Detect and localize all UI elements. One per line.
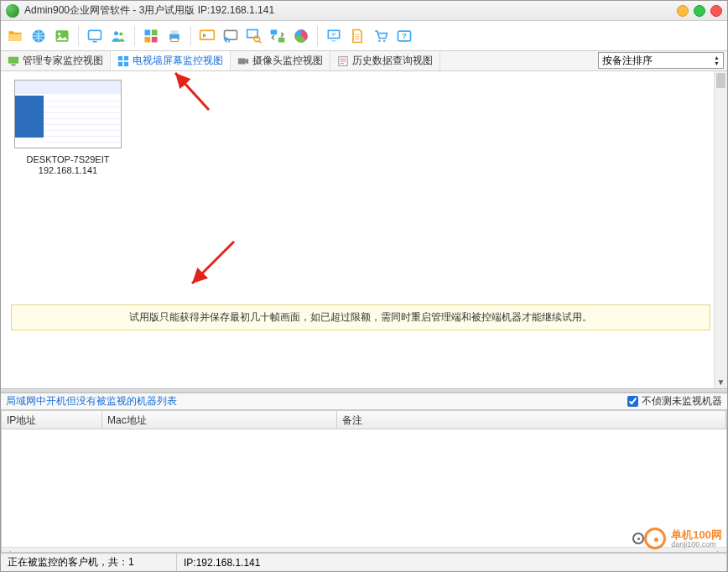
svg-rect-17 bbox=[271, 29, 278, 34]
main-content: DESKTOP-7S29EIT 192.168.1.141 试用版只能获得并保存… bbox=[1, 71, 727, 388]
tab-history-view[interactable]: 历史数据查询视图 bbox=[330, 51, 440, 70]
client-hostname: DESKTOP-7S29EIT bbox=[14, 153, 122, 165]
window-controls bbox=[677, 5, 722, 17]
watermark-url: danji100.com bbox=[671, 540, 722, 549]
swap-button[interactable] bbox=[267, 25, 289, 47]
lower-pane-header: 局域网中开机但没有被监视的机器列表 不侦测未监视机器 bbox=[1, 393, 727, 410]
trial-notice: 试用版只能获得并保存最初几十帧画面，如已超过限额，需同时重启管理端和被控端机器才… bbox=[11, 304, 710, 330]
camera-icon bbox=[237, 55, 249, 67]
svg-rect-12 bbox=[171, 38, 178, 41]
cast-button[interactable] bbox=[220, 25, 242, 47]
svg-rect-18 bbox=[278, 37, 285, 42]
app-window: Admin900企业网管软件 - 3用户试用版 IP:192.168.1.141… bbox=[0, 0, 728, 572]
svg-rect-6 bbox=[145, 29, 151, 35]
tab-label: 历史数据查询视图 bbox=[352, 54, 433, 68]
svg-line-35 bbox=[192, 242, 234, 283]
tvwall-icon bbox=[117, 55, 129, 67]
monitor-grid: DESKTOP-7S29EIT 192.168.1.141 试用版只能获得并保存… bbox=[1, 71, 727, 388]
client-ip: 192.168.1.141 bbox=[14, 165, 122, 175]
svg-point-2 bbox=[58, 32, 60, 34]
chart-button[interactable] bbox=[290, 25, 312, 47]
tab-tvwall-view[interactable]: 电视墙屏幕监控视图 bbox=[111, 51, 231, 70]
main-toolbar: IP ? bbox=[1, 21, 727, 51]
users-button[interactable] bbox=[107, 25, 129, 47]
lower-pane-title: 局域网中开机但没有被监视的机器列表 bbox=[6, 394, 627, 408]
svg-rect-7 bbox=[152, 29, 158, 35]
notice-text: 试用版只能获得并保存最初几十帧画面，如已超过限额，需同时重启管理端和被控端机器才… bbox=[129, 311, 592, 323]
monitor-icon bbox=[8, 55, 19, 67]
svg-point-5 bbox=[119, 32, 122, 35]
sort-label: 按备注排序 bbox=[602, 54, 653, 68]
grid-button[interactable] bbox=[140, 25, 162, 47]
unmonitored-table: IP地址 Mac地址 备注 bbox=[1, 410, 727, 553]
window-title: Admin900企业网管软件 - 3用户试用版 IP:192.168.1.141 bbox=[24, 3, 677, 18]
col-ip[interactable]: IP地址 bbox=[2, 411, 102, 429]
annotation-arrow-2 bbox=[185, 235, 244, 296]
table-header: IP地址 Mac地址 备注 bbox=[2, 411, 726, 429]
checkbox-label: 不侦测未监视机器 bbox=[642, 394, 722, 408]
tab-camera-view[interactable]: 摄像头监控视图 bbox=[231, 51, 330, 70]
cart-button[interactable] bbox=[370, 25, 392, 47]
view-tabs: 管理专家监控视图 电视墙屏幕监控视图 摄像头监控视图 历史数据查询视图 按备注排… bbox=[1, 51, 727, 71]
svg-point-22 bbox=[378, 39, 381, 42]
scroll-thumb[interactable] bbox=[716, 73, 725, 88]
doc-button[interactable] bbox=[346, 25, 368, 47]
tab-expert-view[interactable]: 管理专家监控视图 bbox=[1, 51, 111, 70]
scroll-down-icon[interactable]: ▼ bbox=[715, 377, 727, 387]
watermark: 单机100网 danji100.com bbox=[632, 528, 722, 549]
svg-rect-13 bbox=[200, 30, 215, 39]
col-mac[interactable]: Mac地址 bbox=[102, 411, 337, 429]
table-body bbox=[2, 429, 726, 547]
history-icon bbox=[337, 55, 349, 67]
svg-text:?: ? bbox=[402, 32, 407, 40]
svg-rect-30 bbox=[118, 61, 122, 65]
skip-detect-input[interactable] bbox=[627, 396, 638, 407]
svg-rect-29 bbox=[124, 55, 128, 60]
svg-rect-31 bbox=[124, 61, 128, 65]
svg-text:IP: IP bbox=[331, 32, 336, 37]
status-ip: IP:192.168.1.141 bbox=[177, 554, 727, 571]
dropdown-arrows-icon: ▲▼ bbox=[714, 55, 720, 66]
globe-button[interactable] bbox=[28, 25, 49, 47]
image-button[interactable] bbox=[51, 25, 73, 47]
svg-rect-32 bbox=[238, 58, 246, 64]
annotation-arrow-1 bbox=[169, 71, 219, 122]
tab-label: 管理专家监控视图 bbox=[23, 54, 103, 68]
client-thumbnail[interactable]: DESKTOP-7S29EIT 192.168.1.141 bbox=[14, 80, 122, 175]
search-screen-button[interactable] bbox=[243, 25, 265, 47]
svg-rect-27 bbox=[11, 64, 15, 65]
minimize-button[interactable] bbox=[677, 5, 689, 17]
sort-dropdown[interactable]: 按备注排序 ▲▼ bbox=[598, 52, 724, 69]
svg-point-23 bbox=[383, 39, 386, 42]
lower-pane: 局域网中开机但没有被监视的机器列表 不侦测未监视机器 IP地址 Mac地址 备注 bbox=[1, 393, 727, 553]
skip-detect-checkbox[interactable]: 不侦测未监视机器 bbox=[627, 394, 722, 408]
folder-button[interactable] bbox=[4, 25, 26, 47]
app-icon bbox=[6, 4, 19, 18]
svg-rect-8 bbox=[145, 36, 151, 42]
close-button[interactable] bbox=[710, 5, 722, 17]
svg-rect-3 bbox=[89, 30, 101, 39]
svg-point-4 bbox=[114, 31, 118, 35]
screen-button[interactable] bbox=[84, 25, 106, 47]
svg-rect-28 bbox=[118, 55, 122, 60]
status-bar: 正在被监控的客户机，共：1 IP:192.168.1.141 bbox=[1, 553, 727, 571]
horizontal-scrollbar[interactable] bbox=[2, 547, 726, 553]
status-client-count: 正在被监控的客户机，共：1 bbox=[1, 554, 177, 571]
printer-button[interactable] bbox=[164, 25, 185, 47]
vertical-scrollbar[interactable]: ▼ bbox=[714, 71, 727, 388]
watermark-logo-icon bbox=[632, 528, 666, 549]
tab-label: 电视墙屏幕监控视图 bbox=[133, 54, 223, 68]
svg-rect-9 bbox=[152, 36, 158, 42]
tab-label: 摄像头监控视图 bbox=[252, 54, 323, 68]
display-button[interactable] bbox=[196, 25, 218, 47]
svg-rect-26 bbox=[8, 56, 18, 63]
maximize-button[interactable] bbox=[694, 5, 705, 17]
svg-line-34 bbox=[175, 73, 209, 110]
help-button[interactable]: ? bbox=[393, 25, 415, 47]
col-note[interactable]: 备注 bbox=[337, 411, 726, 429]
netpc-button[interactable]: IP bbox=[323, 25, 345, 47]
watermark-name: 单机100网 bbox=[671, 529, 722, 540]
screenshot-preview bbox=[14, 80, 122, 148]
titlebar: Admin900企业网管软件 - 3用户试用版 IP:192.168.1.141 bbox=[1, 1, 727, 21]
svg-rect-11 bbox=[171, 30, 178, 34]
